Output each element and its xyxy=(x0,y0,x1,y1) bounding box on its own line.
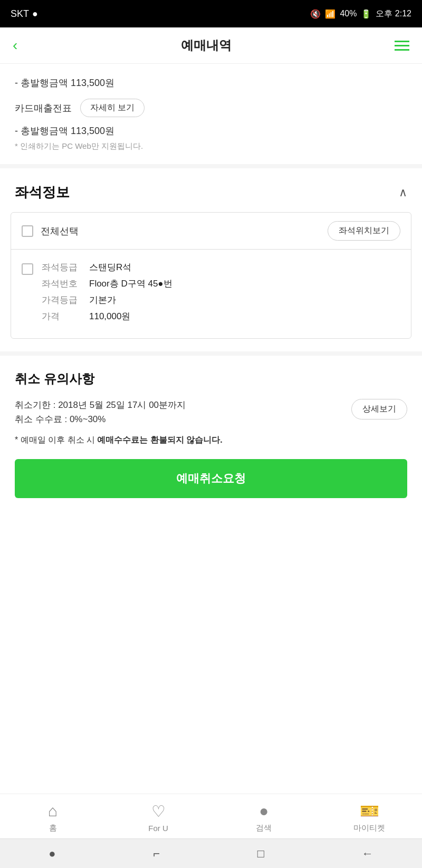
bottom-nav-foru[interactable]: ♡ For U xyxy=(137,802,179,833)
nav-bar: ‹ 예매내역 xyxy=(0,27,422,64)
main-content: - 총발행금액 113,500원 카드매출전표 자세히 보기 - 총발행금액 1… xyxy=(0,64,422,618)
print-notice: * 인쇄하기는 PC Web만 지원됩니다. xyxy=(15,141,407,151)
cancel-detail-button[interactable]: 상세보기 xyxy=(351,399,407,419)
amount-line-2: - 총발행금액 113,500원 xyxy=(15,125,407,137)
wifi-icon: 📶 xyxy=(325,9,335,19)
seat-grade-key: 좌석등급 xyxy=(42,261,89,273)
seat-header-row: 전체선택 좌석위치보기 xyxy=(11,213,411,250)
seat-grade-val: 스탠딩R석 xyxy=(89,261,131,273)
cancel-warning: * 예매일 이후 취소 시 예매수수료는 환불되지 않습니다. xyxy=(15,434,407,446)
card-sales-label: 카드매출전표 xyxy=(15,102,72,115)
android-nav-bar: ● ⌐ □ ← xyxy=(0,838,422,868)
battery-icon: 🔋 xyxy=(361,9,371,19)
all-select-label[interactable]: 전체선택 xyxy=(22,225,79,237)
seat-info-title: 좌석정보 xyxy=(15,183,70,202)
cancel-title: 취소 유의사항 xyxy=(15,370,407,387)
price-grade-row: 가격등급 기본가 xyxy=(42,294,400,306)
seat-box: 전체선택 좌석위치보기 좌석등급 스탠딩R석 좌석번호 Floor층 D구역 4… xyxy=(11,212,411,339)
android-overview-btn[interactable]: □ xyxy=(257,847,264,861)
seat-info-section: 좌석정보 ∧ 전체선택 좌석위치보기 좌석등급 스탠딩 xyxy=(0,168,422,339)
seat-grade-row: 좌석등급 스탠딩R석 xyxy=(42,261,400,273)
seat-info-table: 좌석등급 스탠딩R석 좌석번호 Floor층 D구역 45●번 가격등급 기본가… xyxy=(42,261,400,327)
cancel-deadline: 취소기한 : 2018년 5월 25일 17시 00분까지 xyxy=(15,399,343,411)
menu-button[interactable] xyxy=(395,41,409,51)
price-grade-val: 기본가 xyxy=(89,294,116,306)
battery-text: 40% xyxy=(340,9,357,18)
ticket-icon: 🎫 xyxy=(360,802,379,820)
bottom-nav-search[interactable]: ● 검색 xyxy=(243,802,285,833)
carrier-dot: ● xyxy=(32,8,38,20)
cancel-section: 취소 유의사항 취소기한 : 2018년 5월 25일 17시 00분까지 취소… xyxy=(0,351,422,523)
seat-number-key: 좌석번호 xyxy=(42,278,89,290)
seat-checkbox-wrap xyxy=(22,263,33,275)
card-row: 카드매출전표 자세히 보기 xyxy=(15,99,407,117)
seat-number-row: 좌석번호 Floor층 D구역 45●번 xyxy=(42,278,400,290)
bottom-nav-home[interactable]: ⌂ 홈 xyxy=(32,802,74,833)
seat-select-checkbox[interactable] xyxy=(22,263,33,275)
bottom-nav-myticket[interactable]: 🎫 마이티켓 xyxy=(348,802,390,833)
bottom-nav-myticket-label: 마이티켓 xyxy=(353,823,385,833)
android-recents-btn[interactable]: ⌐ xyxy=(153,847,160,861)
time-text: 오후 2:12 xyxy=(376,8,411,20)
cancel-request-button[interactable]: 예매취소요청 xyxy=(15,459,407,498)
page-title: 예매내역 xyxy=(181,37,232,54)
section-header: 좌석정보 ∧ xyxy=(0,168,422,212)
price-row: 가격 110,000원 xyxy=(42,310,400,322)
cancel-warning-prefix: * 예매일 이후 취소 시 xyxy=(15,435,97,444)
carrier-text: SKT xyxy=(11,8,29,20)
seat-view-button[interactable]: 좌석위치보기 xyxy=(328,221,400,241)
price-grade-key: 가격등급 xyxy=(42,294,89,306)
status-left: SKT ● xyxy=(11,8,38,20)
cancel-info-text: 취소기한 : 2018년 5월 25일 17시 00분까지 취소 수수료 : 0… xyxy=(15,399,343,425)
bottom-nav-foru-label: For U xyxy=(148,824,168,833)
android-home-btn[interactable]: ● xyxy=(49,847,55,861)
bottom-nav-search-label: 검색 xyxy=(256,823,272,833)
back-button[interactable]: ‹ xyxy=(13,37,17,54)
seat-number-val: Floor층 D구역 45●번 xyxy=(89,278,172,290)
status-right: 🔇 📶 40% 🔋 오후 2:12 xyxy=(310,8,411,20)
price-key: 가격 xyxy=(42,310,89,322)
cancel-warning-bold: 예매수수료는 환불되지 않습니다. xyxy=(97,435,222,444)
all-select-checkbox[interactable] xyxy=(22,225,33,237)
price-val: 110,000원 xyxy=(89,310,130,322)
chevron-up-icon[interactable]: ∧ xyxy=(399,186,407,199)
all-select-text: 전체선택 xyxy=(41,225,79,237)
amount-line-1: - 총발행금액 113,500원 xyxy=(15,77,407,89)
detail-button-1[interactable]: 자세히 보기 xyxy=(80,99,145,117)
card-section: - 총발행금액 113,500원 카드매출전표 자세히 보기 - 총발행금액 1… xyxy=(0,64,422,168)
home-icon: ⌂ xyxy=(48,802,57,820)
status-bar: SKT ● 🔇 📶 40% 🔋 오후 2:12 xyxy=(0,0,422,27)
cancel-fee: 취소 수수료 : 0%~30% xyxy=(15,413,343,425)
seat-detail-row: 좌석등급 스탠딩R석 좌석번호 Floor층 D구역 45●번 가격등급 기본가… xyxy=(11,250,411,338)
android-back-btn[interactable]: ← xyxy=(362,847,373,861)
mute-icon: 🔇 xyxy=(310,9,321,19)
search-icon: ● xyxy=(259,802,268,820)
heart-icon: ♡ xyxy=(151,802,166,821)
bottom-nav-home-label: 홈 xyxy=(49,823,57,833)
bottom-nav: ⌂ 홈 ♡ For U ● 검색 🎫 마이티켓 xyxy=(0,794,422,838)
cancel-info-row: 취소기한 : 2018년 5월 25일 17시 00분까지 취소 수수료 : 0… xyxy=(15,399,407,425)
